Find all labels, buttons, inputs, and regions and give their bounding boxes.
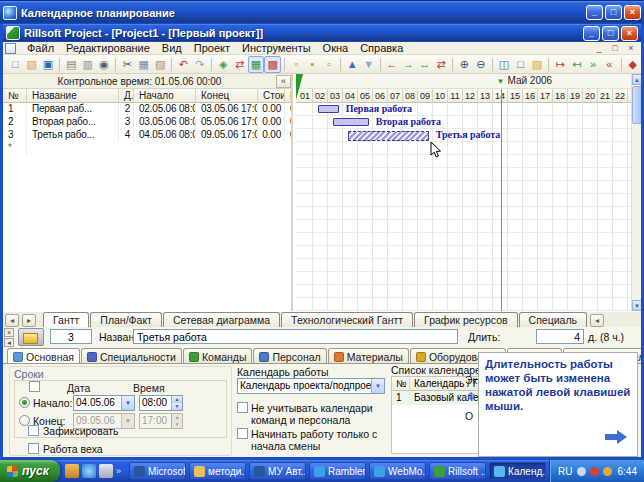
fix-checkbox[interactable]: [29, 381, 40, 392]
gantt-bar[interactable]: [318, 105, 339, 113]
fix-start-icon[interactable]: »: [585, 56, 601, 73]
vertical-scrollbar[interactable]: ▲ ▼: [631, 74, 641, 311]
gantt-bar[interactable]: [333, 118, 369, 126]
fix-checkbox[interactable]: [28, 425, 39, 436]
zoom-in-icon[interactable]: ⊕: [456, 56, 472, 73]
zoom-out-icon[interactable]: ⊖: [473, 56, 489, 73]
view-tab-Технологический Гантт[interactable]: Технологический Гантт: [281, 312, 413, 327]
language-indicator[interactable]: RU: [558, 466, 572, 477]
start-button[interactable]: пуск: [0, 460, 60, 482]
shift-start-checkbox[interactable]: [237, 428, 248, 439]
calendar-dropdown[interactable]: Календарь проекта/подпроекта ▼: [237, 378, 385, 394]
mdi-close-button[interactable]: ×: [625, 43, 637, 53]
taskbar-button[interactable]: Календ...: [489, 462, 546, 480]
start-time-spinner[interactable]: 08:00 ▲▼: [139, 395, 183, 411]
view-tab-График ресурсов[interactable]: График ресурсов: [414, 312, 517, 327]
taskbar-button[interactable]: WebMo...: [369, 462, 426, 480]
shift-end-icon[interactable]: ↤: [568, 56, 584, 73]
row-number-field[interactable]: [50, 329, 92, 344]
table-row[interactable]: 3Третья рабо...404.05.06 08:0009.05.06 1…: [3, 129, 293, 142]
start-date-combo[interactable]: 04.05.06 ▼: [73, 395, 135, 411]
undo-icon[interactable]: ↶: [175, 56, 191, 73]
taskbar-button[interactable]: Rambler...: [309, 462, 366, 480]
attach-icon[interactable]: ▪: [304, 56, 320, 73]
spin-up-icon[interactable]: ▲: [172, 396, 182, 403]
quick-launch-icon[interactable]: [99, 464, 113, 478]
view-tab-Сетевая диаграмма[interactable]: Сетевая диаграмма: [163, 312, 280, 327]
menu-item[interactable]: Справка: [354, 42, 409, 54]
detail-tab-Команды[interactable]: Команды: [183, 348, 253, 363]
fix-end-icon[interactable]: «: [601, 56, 617, 73]
start-radio[interactable]: [19, 397, 30, 408]
taskbar-button[interactable]: Microsof...: [129, 462, 186, 480]
menu-item[interactable]: Инструменты: [236, 42, 317, 54]
taskbar-button[interactable]: Rillsoft ...: [429, 462, 486, 480]
clear-icon[interactable]: ▫: [321, 56, 337, 73]
app-maximize-button[interactable]: □: [602, 26, 619, 41]
mdi-minimize-button[interactable]: _: [593, 43, 605, 53]
tray-icon[interactable]: [603, 467, 612, 476]
print-icon[interactable]: ▤: [63, 56, 79, 73]
quick-launch-icon[interactable]: [65, 464, 79, 478]
gantt-edit-icon[interactable]: ▩: [264, 56, 281, 73]
menu-item[interactable]: Редактирование: [60, 42, 156, 54]
column-header[interactable]: Конец: [196, 89, 258, 103]
table-new-row[interactable]: *: [3, 142, 293, 155]
column-header[interactable]: Д...: [119, 89, 134, 103]
tabs-scroll-right-button[interactable]: ▸: [22, 314, 36, 327]
collapse-level-icon[interactable]: ▲: [344, 56, 360, 73]
open-icon[interactable]: ▧: [23, 56, 39, 73]
redo-icon[interactable]: ↷: [192, 56, 208, 73]
quick-launch-more-icon[interactable]: »: [116, 466, 121, 476]
detail-tab-Основная[interactable]: Основная: [7, 348, 80, 363]
milestone-checkbox[interactable]: [28, 443, 39, 454]
taskbar-button[interactable]: МУ Авт...: [249, 462, 306, 480]
find-icon[interactable]: ◉: [96, 56, 112, 73]
folder-open-icon[interactable]: ▨: [529, 56, 545, 73]
view-plan-icon[interactable]: □: [512, 56, 528, 73]
level-up-icon[interactable]: →: [400, 56, 416, 73]
insert-work-icon[interactable]: ◈: [215, 56, 231, 73]
table-row[interactable]: 2Вторая рабо...303.05.06 08:0005.05.06 1…: [3, 116, 293, 129]
browser-icon[interactable]: [82, 464, 96, 478]
view-structure-icon[interactable]: ◫: [496, 56, 512, 73]
copy-icon[interactable]: ▦: [136, 56, 152, 73]
ignore-calendars-checkbox[interactable]: [237, 402, 248, 413]
tabs-scroll-left2-button[interactable]: ◂: [590, 314, 604, 327]
column-header[interactable]: №: [392, 377, 410, 391]
milestone-icon[interactable]: ◆: [624, 56, 640, 73]
gantt-chart[interactable]: Первая работаВторая работаТретья работа: [296, 103, 631, 311]
view-tab-Специаль[interactable]: Специаль: [519, 312, 587, 327]
level-down-icon[interactable]: ←: [384, 56, 400, 73]
collapse-table-button[interactable]: «: [276, 75, 291, 88]
chevron-down-icon[interactable]: ▼: [371, 379, 384, 393]
link-icon[interactable]: ↔: [417, 56, 433, 73]
new-icon[interactable]: □: [7, 56, 23, 73]
menu-item[interactable]: Проект: [188, 42, 236, 54]
shift-start-icon[interactable]: ↦: [552, 56, 568, 73]
column-header[interactable]: Стоимо...: [258, 89, 285, 103]
close-button[interactable]: ×: [624, 5, 641, 20]
note-icon[interactable]: ▫: [288, 56, 304, 73]
detail-tab-Специальности[interactable]: Специальности: [81, 348, 182, 363]
expand-level-icon[interactable]: ▼: [360, 56, 376, 73]
menu-item[interactable]: Файл: [21, 42, 60, 54]
split-work-icon[interactable]: ⇄: [231, 56, 247, 73]
detail-tab-Материалы[interactable]: Материалы: [328, 348, 409, 363]
save-icon[interactable]: ▣: [40, 56, 56, 73]
panel-collapse-button[interactable]: ◂: [4, 338, 14, 347]
detail-tab-Персонал[interactable]: Персонал: [253, 348, 326, 363]
app-minimize-button[interactable]: _: [583, 26, 600, 41]
menu-item[interactable]: Вид: [156, 42, 188, 54]
view-tab-План/Факт[interactable]: План/Факт: [90, 312, 162, 327]
table-row[interactable]: 1Первая раб...202.05.06 08:0003.05.06 17…: [3, 103, 293, 116]
view-tab-Гантт[interactable]: Гантт: [43, 312, 89, 327]
cut-icon[interactable]: ✂: [119, 56, 135, 73]
column-header[interactable]: П...: [285, 89, 293, 103]
menu-item[interactable]: Окна: [317, 42, 355, 54]
tray-icon[interactable]: [590, 467, 599, 476]
column-header[interactable]: Название: [27, 89, 119, 103]
column-header[interactable]: №: [3, 89, 27, 103]
column-header[interactable]: Начало: [134, 89, 196, 103]
chevron-down-icon[interactable]: ▼: [121, 396, 134, 410]
